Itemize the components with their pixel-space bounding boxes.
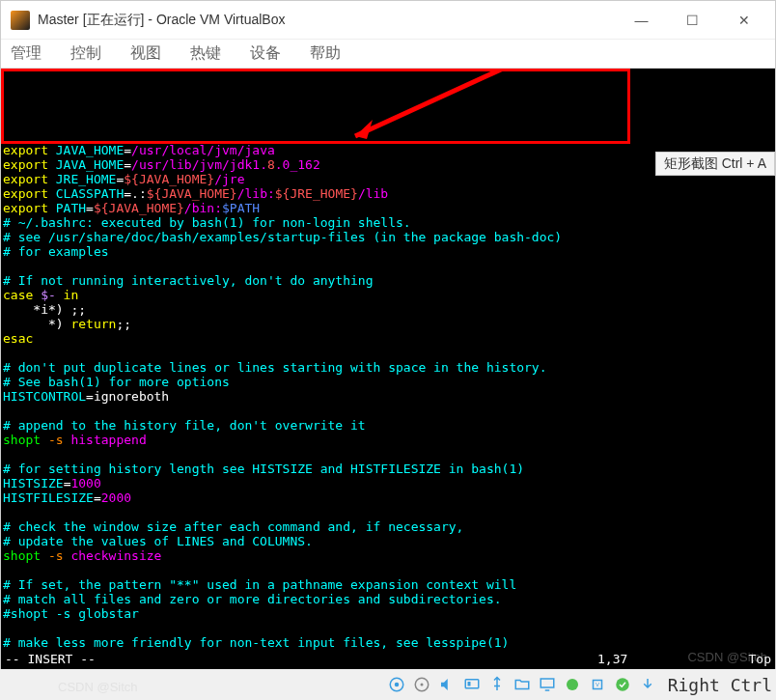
menu-control[interactable]: 控制: [70, 43, 101, 64]
terminal-line: [3, 259, 773, 273]
terminal-area[interactable]: 矩形截图 Ctrl + A export JAVA_HOME=/usr/loca…: [1, 69, 775, 699]
menu-hotkeys[interactable]: 热键: [190, 43, 221, 64]
maximize-button[interactable]: ☐: [671, 6, 714, 35]
recording-icon[interactable]: [562, 674, 583, 695]
svg-text:V: V: [596, 682, 599, 687]
cpu-icon[interactable]: V: [587, 674, 608, 695]
virtualbox-icon: [11, 11, 30, 30]
minimize-button[interactable]: —: [620, 6, 663, 35]
svg-point-1: [394, 683, 399, 687]
terminal-line: [3, 505, 773, 519]
terminal-content: export JAVA_HOME=/usr/local/jvm/javaexpo…: [3, 143, 773, 664]
terminal-line: [3, 621, 773, 635]
vim-position: 1,37: [597, 652, 713, 666]
terminal-line: export PATH=${JAVA_HOME}/bin:$PATH: [3, 201, 773, 215]
usb-icon[interactable]: [486, 674, 508, 695]
display-icon[interactable]: [537, 674, 558, 695]
terminal-line: *i*) ;;: [3, 302, 773, 317]
terminal-line: # If not running interactively, don't do…: [3, 273, 773, 288]
svg-point-3: [420, 684, 423, 686]
terminal-line: shopt -s checkwinsize: [3, 548, 773, 563]
terminal-line: # for setting history length see HISTSIZ…: [3, 462, 773, 476]
titlebar: Master [正在运行] - Oracle VM VirtualBox — ☐…: [1, 1, 775, 40]
terminal-line: HISTFILESIZE=2000: [3, 490, 773, 505]
terminal-line: HISTSIZE=1000: [3, 476, 773, 490]
screenshot-tooltip: 矩形截图 Ctrl + A: [655, 152, 775, 176]
menu-devices[interactable]: 设备: [250, 43, 281, 64]
watermark-2: CSDN @Sitch: [58, 680, 138, 694]
vim-statusbar: -- INSERT -- 1,37 Top: [1, 650, 775, 668]
terminal-line: case $- in: [3, 288, 773, 302]
terminal-line: # append to the history file, don't over…: [3, 418, 773, 433]
terminal-line: # make less more friendly for non-text i…: [3, 635, 773, 650]
svg-point-10: [616, 678, 629, 691]
keyboard-capture-icon[interactable]: [637, 674, 658, 695]
svg-rect-4: [465, 680, 479, 688]
window-controls: — ☐ ✕: [620, 6, 765, 35]
vim-mode: -- INSERT --: [5, 652, 597, 666]
close-button[interactable]: ✕: [722, 6, 765, 35]
vm-window: Master [正在运行] - Oracle VM VirtualBox — ☐…: [0, 0, 776, 700]
terminal-line: # update the values of LINES and COLUMNS…: [3, 534, 773, 548]
svg-rect-6: [540, 679, 554, 687]
audio-icon[interactable]: [436, 674, 457, 695]
optical-icon[interactable]: [411, 674, 432, 695]
hdd-icon[interactable]: [386, 674, 407, 695]
terminal-line: #shopt -s globstar: [3, 606, 773, 621]
terminal-line: esac: [3, 331, 773, 346]
svg-rect-5: [467, 682, 470, 686]
terminal-line: [3, 346, 773, 360]
terminal-line: # for examples: [3, 244, 773, 259]
menu-view[interactable]: 视图: [130, 43, 161, 64]
terminal-line: # If set, the pattern "**" used in a pat…: [3, 577, 773, 592]
terminal-line: # See bash(1) for more options: [3, 375, 773, 389]
shared-folder-icon[interactable]: [512, 674, 533, 695]
terminal-line: shopt -s histappend: [3, 433, 773, 447]
terminal-line: # ~/.bashrc: executed by bash(1) for non…: [3, 215, 773, 230]
terminal-line: [3, 563, 773, 577]
host-key-indicator: Right Ctrl: [668, 675, 772, 695]
network-icon[interactable]: [461, 674, 483, 695]
menu-manage[interactable]: 管理: [11, 43, 42, 64]
arrow-annotation: [291, 69, 529, 187]
vim-scroll: Top: [713, 652, 771, 666]
vm-statusbar: CSDN @Sitch V Right Ctrl: [0, 669, 776, 700]
mouse-integration-icon[interactable]: [612, 674, 633, 695]
window-title: Master [正在运行] - Oracle VM VirtualBox: [38, 12, 620, 29]
terminal-line: *) return;;: [3, 317, 773, 331]
terminal-line: # see /usr/share/doc/bash/examples/start…: [3, 230, 773, 244]
terminal-line: export CLASSPATH=.:${JAVA_HOME}/lib:${JR…: [3, 186, 773, 201]
terminal-line: # don't put duplicate lines or lines sta…: [3, 360, 773, 375]
terminal-line: [3, 404, 773, 418]
terminal-line: [3, 447, 773, 462]
menu-help[interactable]: 帮助: [310, 43, 341, 64]
terminal-line: HISTCONTROL=ignoreboth: [3, 389, 773, 404]
menubar: 管理 控制 视图 热键 设备 帮助: [1, 40, 775, 69]
terminal-line: # match all files and zero or more direc…: [3, 592, 773, 606]
svg-point-7: [567, 679, 578, 690]
terminal-line: # check the window size after each comma…: [3, 519, 773, 534]
